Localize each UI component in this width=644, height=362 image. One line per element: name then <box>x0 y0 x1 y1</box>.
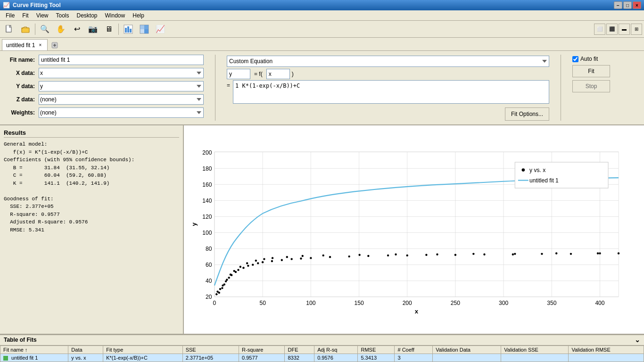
results-content: General model: f(x) = K*(1-exp(-x/B))+C … <box>4 140 179 234</box>
y-tick-140: 140 <box>202 197 212 204</box>
y-tick-60: 60 <box>206 262 212 268</box>
table-row[interactable]: untitled fit 1 y vs. x K*(1-exp(-x/B))+C… <box>0 354 644 362</box>
y-tick-120: 120 <box>202 214 212 220</box>
z-data-label: Z data: <box>6 96 39 103</box>
col-sse[interactable]: SSE <box>182 346 239 354</box>
fit-name-input[interactable] <box>39 55 204 65</box>
col-rsquare[interactable]: R-square <box>239 346 285 354</box>
toolbar-new[interactable] <box>2 23 17 36</box>
maximize-button[interactable]: □ <box>623 1 632 9</box>
col-validation-data[interactable]: Validation Data <box>433 346 501 354</box>
title-bar-left: 📈 Curve Fitting Tool <box>3 2 61 8</box>
weights-row: Weights: (none) <box>6 107 204 118</box>
svg-point-49 <box>271 260 273 262</box>
stop-button[interactable]: Stop <box>572 80 610 92</box>
title-bar-controls: − □ × <box>614 1 641 9</box>
svg-point-54 <box>329 256 331 258</box>
svg-point-73 <box>239 266 241 268</box>
autofit-checkbox[interactable] <box>572 56 578 62</box>
table-container: Fit name ↑ Data Fit type SSE R-square DF… <box>0 346 644 362</box>
svg-point-61 <box>483 254 485 255</box>
equation-type-select[interactable]: Custom Equation <box>227 56 549 67</box>
x-tick-300: 300 <box>499 300 508 306</box>
y-tick-200: 200 <box>202 149 212 156</box>
toolbar-pan[interactable]: ✋ <box>53 23 68 36</box>
col-ncoeff[interactable]: # Coeff <box>395 346 433 354</box>
toolbar-plot2[interactable] <box>137 23 152 36</box>
col-validation-rmse[interactable]: Validation RMSE <box>569 346 644 354</box>
svg-point-48 <box>262 261 264 263</box>
legend-dot-yvsx <box>522 168 525 172</box>
vertical-divider-2 <box>561 55 561 121</box>
fit-button[interactable]: Fit <box>572 65 610 77</box>
x-axis-label: x <box>415 308 419 315</box>
col-dfe[interactable]: DFE <box>285 346 314 354</box>
menu-view[interactable]: View <box>33 11 52 20</box>
z-data-select[interactable]: (none) <box>39 94 204 105</box>
cell-adj-rsq: 0.9576 <box>314 354 358 362</box>
menu-help[interactable]: Help <box>129 11 148 20</box>
x-tick-100: 100 <box>306 300 315 306</box>
x-tick-250: 250 <box>451 300 460 306</box>
collapse-button[interactable]: ⌄ <box>635 336 640 344</box>
svg-point-83 <box>436 254 438 255</box>
toolbar-rotate[interactable]: ↩ <box>69 23 84 36</box>
toolbar-plot1[interactable] <box>121 23 136 36</box>
y-tick-40: 40 <box>206 278 212 284</box>
svg-point-68 <box>219 288 221 290</box>
y-data-row: Y data: y <box>6 81 204 91</box>
equation-y-input[interactable] <box>227 69 250 79</box>
svg-point-79 <box>302 255 304 257</box>
layout-grid[interactable]: ⊞ <box>631 24 642 35</box>
menu-file[interactable]: File <box>2 11 18 20</box>
toolbar-zoom[interactable]: 🔍 <box>37 23 52 36</box>
title-bar: 📈 Curve Fitting Tool − □ × <box>0 0 644 10</box>
col-validation-sse[interactable]: Validation SSE <box>501 346 569 354</box>
menu-desktop[interactable]: Desktop <box>73 11 101 20</box>
toolbar-screenshot[interactable]: 📷 <box>85 23 100 36</box>
layout-split-h[interactable]: ▬ <box>619 24 630 35</box>
new-tab-button[interactable] <box>50 40 60 50</box>
col-adj-rsq[interactable]: Adj R-sq <box>314 346 358 354</box>
weights-label: Weights: <box>6 109 39 116</box>
col-data[interactable]: Data <box>68 346 103 354</box>
form-section: Fit name: X data: x Y data: y Z data: (n… <box>6 55 204 121</box>
svg-point-60 <box>454 254 456 256</box>
toolbar-plot3[interactable]: 📈 <box>153 23 168 36</box>
equation-formula-box[interactable]: 1 K*(1-exp(-x/B))+C <box>233 80 549 104</box>
tab-close-button[interactable]: × <box>37 42 43 49</box>
fit-name-cell: untitled fit 1 <box>11 355 38 361</box>
svg-rect-8 <box>144 25 149 29</box>
autofit-label: Auto fit <box>580 56 598 62</box>
close-button[interactable]: × <box>633 1 641 9</box>
menu-window[interactable]: Window <box>101 11 129 20</box>
cell-sse: 2.3771e+05 <box>182 354 239 362</box>
toolbar-open[interactable] <box>18 23 33 36</box>
col-fit-type[interactable]: Fit type <box>103 346 182 354</box>
col-fit-name[interactable]: Fit name ↑ <box>0 346 68 354</box>
svg-point-53 <box>310 257 312 259</box>
minimize-button[interactable]: − <box>614 1 622 9</box>
menu-tools[interactable]: Tools <box>52 11 73 20</box>
svg-point-46 <box>252 263 254 265</box>
svg-point-45 <box>247 265 249 267</box>
x-tick-400: 400 <box>595 300 604 306</box>
svg-point-44 <box>242 267 244 269</box>
y-data-label: Y data: <box>6 83 39 90</box>
equation-x-input[interactable] <box>266 69 290 79</box>
tab-untitled-fit-1[interactable]: untitled fit 1 × <box>2 39 48 50</box>
y-data-select[interactable]: y <box>39 81 204 91</box>
toolbar-display[interactable]: 🖥 <box>101 23 116 36</box>
layout-full[interactable]: ⬜ <box>594 24 605 35</box>
layout-split-v[interactable]: ⬛ <box>606 24 618 35</box>
equation-formula: 1 K*(1-exp(-x/B))+C <box>235 82 300 89</box>
legend-label-yvsx: y vs. x <box>529 167 545 173</box>
fit-options-button[interactable]: Fit Options... <box>505 107 549 121</box>
cell-fit-type: K*(1-exp(-x/B))+C <box>103 354 182 362</box>
x-data-select[interactable]: x <box>39 68 204 78</box>
menu-fit[interactable]: Fit <box>18 11 32 20</box>
cell-rmse: 5.3413 <box>358 354 395 362</box>
weights-select[interactable]: (none) <box>39 107 204 118</box>
svg-point-84 <box>472 253 474 255</box>
col-rmse[interactable]: RMSE <box>358 346 395 354</box>
